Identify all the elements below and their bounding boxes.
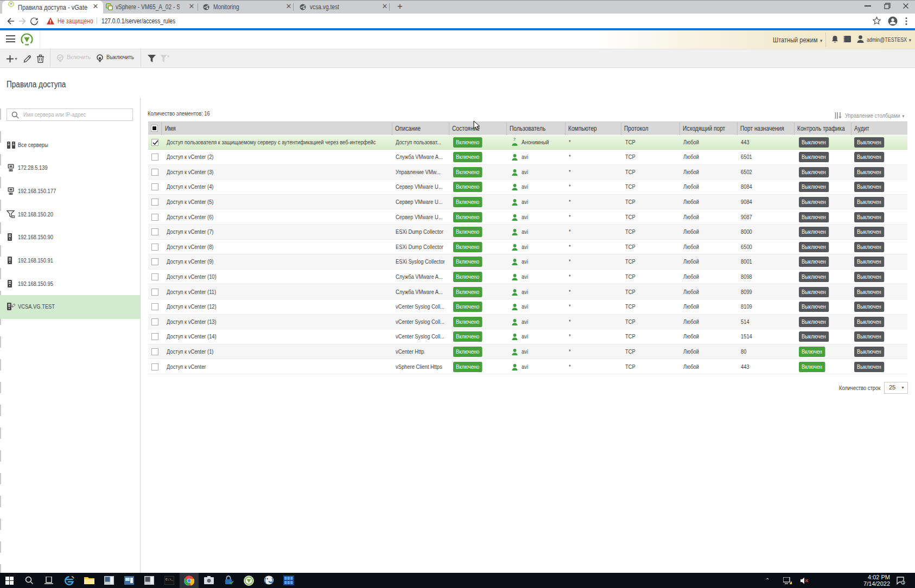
svg-text:C:\_: C:\_ [166, 578, 174, 581]
svg-text:1: 1 [903, 580, 905, 584]
svg-text:18: 18 [12, 215, 15, 218]
svg-text:?: ? [513, 137, 516, 142]
